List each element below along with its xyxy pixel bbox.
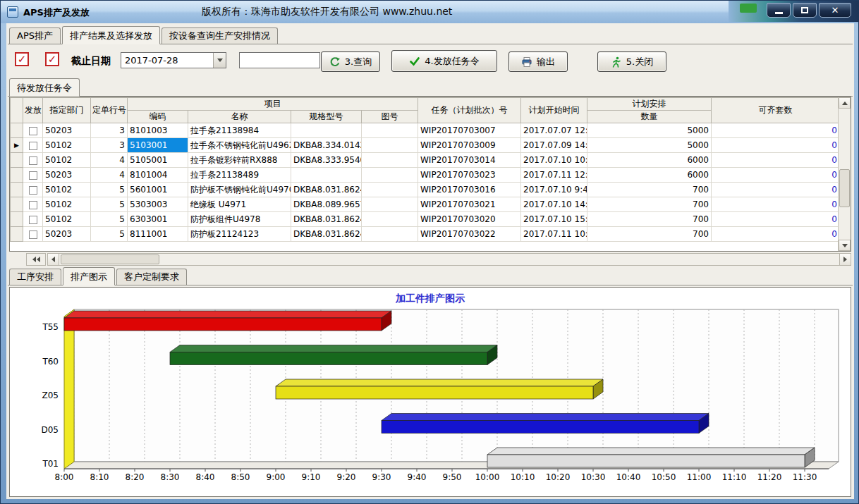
spec-cell[interactable]: DKBA8.333.9540: [291, 153, 362, 168]
scroll-up-button[interactable]: [839, 97, 851, 109]
release-cell[interactable]: [23, 227, 43, 242]
kit-qty-cell[interactable]: 0: [712, 183, 839, 197]
dept-cell[interactable]: 50203: [43, 227, 91, 242]
spec-cell[interactable]: [291, 168, 362, 183]
release-checkbox[interactable]: [29, 186, 37, 195]
tab-schedule-chart[interactable]: 排产图示: [63, 267, 115, 285]
dept-cell[interactable]: 50203: [43, 123, 91, 138]
kit-qty-cell[interactable]: 0: [712, 227, 839, 242]
task-no-cell[interactable]: WIP20170703022: [418, 227, 521, 242]
release-tasks-button[interactable]: 4.发放任务令: [391, 50, 497, 72]
minimize-button[interactable]: [767, 3, 791, 18]
spec-cell[interactable]: DKBA8.031.8624: [291, 227, 362, 242]
release-checkbox[interactable]: [29, 216, 37, 224]
release-cell[interactable]: [23, 153, 43, 168]
code-cell[interactable]: 8111001: [128, 227, 188, 242]
code-cell[interactable]: 6303001: [128, 212, 188, 227]
release-cell[interactable]: [23, 197, 43, 212]
filter-checkbox-1[interactable]: [15, 52, 29, 66]
code-cell[interactable]: 8101004: [128, 168, 188, 183]
table-row[interactable]: 5010255303003绝缘板 U4971DKBA8.089.9657WIP2…: [11, 197, 839, 212]
drawing-cell[interactable]: [362, 153, 418, 168]
kit-qty-cell[interactable]: 0: [712, 138, 839, 153]
qty-cell[interactable]: 5000: [587, 138, 712, 153]
grid-vertical-scrollbar[interactable]: [838, 97, 851, 251]
col-kit-qty[interactable]: 可齐套数: [712, 98, 839, 123]
dept-cell[interactable]: 50102: [43, 153, 91, 168]
release-cell[interactable]: [23, 168, 43, 183]
filter-input[interactable]: [239, 52, 320, 68]
dept-cell[interactable]: 50102: [43, 138, 91, 153]
tab-schedule-results[interactable]: 排产结果及选择发放: [62, 26, 160, 44]
col-name[interactable]: 名称: [188, 111, 291, 123]
drawing-cell[interactable]: [362, 168, 418, 183]
qty-cell[interactable]: 700: [587, 183, 712, 197]
start-time-cell[interactable]: 2017.07.11 10:0: [521, 227, 587, 242]
deadline-date-picker[interactable]: 2017-07-28: [121, 52, 226, 68]
dept-cell[interactable]: 50102: [43, 212, 91, 227]
col-project-group[interactable]: 项目: [128, 98, 418, 111]
code-cell[interactable]: 5103001: [128, 138, 188, 153]
line-no-cell[interactable]: 3: [91, 123, 128, 138]
table-row[interactable]: 5010256303001防护板组件U4978DKBA8.031.8624WIP…: [11, 212, 839, 227]
name-cell[interactable]: 防护板21124123: [188, 227, 291, 242]
col-drawing[interactable]: 图号: [362, 111, 418, 123]
task-no-cell[interactable]: WIP20170703014: [418, 153, 521, 168]
spec-cell[interactable]: [291, 123, 362, 138]
drawing-cell[interactable]: [362, 227, 418, 242]
qty-cell[interactable]: 6000: [587, 168, 712, 183]
release-checkbox[interactable]: [29, 201, 37, 209]
code-cell[interactable]: 5303003: [128, 197, 188, 212]
release-checkbox[interactable]: [29, 127, 37, 135]
line-no-cell[interactable]: 5: [91, 212, 128, 227]
line-no-cell[interactable]: 5: [91, 227, 128, 242]
drawing-cell[interactable]: [362, 123, 418, 138]
qty-cell[interactable]: 700: [587, 212, 712, 227]
name-cell[interactable]: 防护板不锈钢钝化前U4970: [188, 183, 291, 197]
export-button[interactable]: 输出: [508, 51, 568, 72]
dept-cell[interactable]: 50102: [43, 197, 91, 212]
start-time-cell[interactable]: 2017.07.10 9:40: [521, 183, 587, 197]
name-cell[interactable]: 拉手条21138984: [188, 123, 291, 138]
name-cell[interactable]: 绝缘板 U4971: [188, 197, 291, 212]
tab-aps-scheduling[interactable]: APS排产: [9, 27, 61, 44]
task-no-cell[interactable]: WIP20170703016: [418, 183, 521, 197]
code-cell[interactable]: 5105001: [128, 153, 188, 168]
grid-navigator[interactable]: [26, 253, 46, 266]
start-time-cell[interactable]: 2017.07.09 14:0: [521, 138, 587, 153]
line-no-cell[interactable]: 4: [91, 168, 128, 183]
dept-cell[interactable]: 50102: [43, 183, 91, 197]
kit-qty-cell[interactable]: 0: [712, 123, 839, 138]
drawing-cell[interactable]: [362, 138, 418, 153]
scroll-right-button[interactable]: [839, 254, 851, 265]
table-row[interactable]: 5020348101004拉手条21138489WIP2017070302320…: [11, 168, 839, 183]
task-no-cell[interactable]: WIP20170703020: [418, 212, 521, 227]
col-line-no[interactable]: 定单行号: [91, 98, 128, 123]
table-row[interactable]: 5020338101003拉手条21138984WIP2017070300720…: [11, 123, 839, 138]
kit-qty-cell[interactable]: 0: [712, 212, 839, 227]
spec-cell[interactable]: DKBA8.031.8624: [291, 212, 362, 227]
col-release[interactable]: 发放: [23, 98, 43, 123]
close-form-button[interactable]: 5.关闭: [597, 51, 666, 72]
col-plan-qty-bottom[interactable]: 数量: [587, 111, 712, 123]
spec-cell[interactable]: DKBA8.031.8624: [291, 183, 362, 197]
col-plan-qty-top[interactable]: 计划安排: [587, 98, 712, 111]
col-code[interactable]: 编码: [128, 111, 188, 123]
qty-cell[interactable]: 700: [587, 197, 712, 212]
tab-pending-tasks[interactable]: 待发放任务令: [9, 78, 80, 97]
line-no-cell[interactable]: 4: [91, 153, 128, 168]
table-row[interactable]: 5010245105001拉手条镀彩锌前RX888DKBA8.333.9540W…: [11, 153, 839, 168]
horizontal-scroll-thumb[interactable]: [61, 254, 159, 264]
table-row[interactable]: ▶5010235103001拉手条不锈钢钝化前U4962DKBA8.334.01…: [11, 138, 839, 153]
query-button[interactable]: 3.查询: [321, 51, 380, 72]
release-cell[interactable]: [23, 138, 43, 153]
line-no-cell[interactable]: 3: [91, 138, 128, 153]
drawing-cell[interactable]: [362, 197, 418, 212]
start-time-cell[interactable]: 2017.07.11 12:0: [521, 168, 587, 183]
scroll-left-button[interactable]: [48, 254, 59, 265]
spec-cell[interactable]: DKBA8.334.0142: [291, 138, 362, 153]
vertical-scroll-thumb[interactable]: [839, 169, 850, 207]
tab-equipment-query[interactable]: 按设备查询生产安排情况: [162, 27, 278, 44]
dropdown-button[interactable]: [213, 53, 226, 68]
line-no-cell[interactable]: 5: [91, 197, 128, 212]
